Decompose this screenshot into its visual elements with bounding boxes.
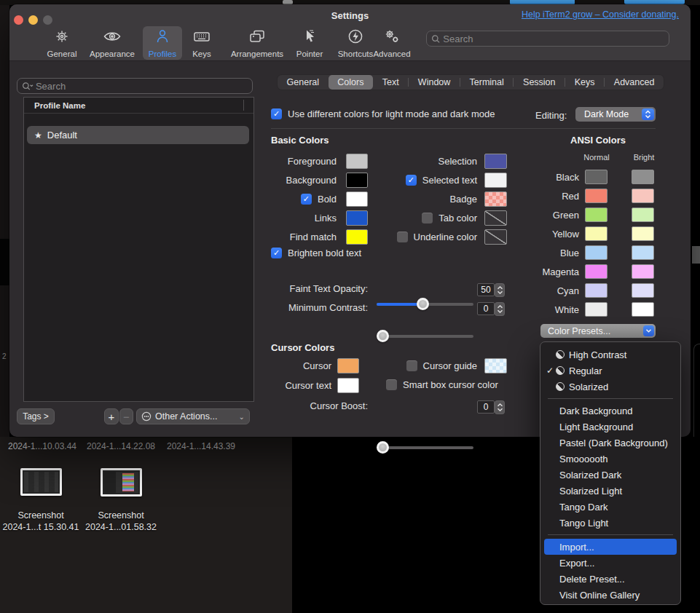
profile-name-label: Default [47,130,77,141]
cursor-guide-label: Cursor guide [423,360,477,371]
tab-text[interactable]: Text [373,75,408,90]
ansi-bright-swatch[interactable] [632,302,654,317]
menu-item-dark-background[interactable]: Dark Background [540,403,680,419]
section-divider [271,128,656,129]
ansi-normal-swatch[interactable] [585,283,607,298]
ansi-normal-swatch[interactable] [585,264,607,279]
screenshot-file-icon[interactable] [20,468,62,496]
menu-item-solarized-dark[interactable]: Solarized Dark [540,467,680,483]
menu-item-solarized[interactable]: Solarized [540,379,680,395]
toolbar-item-advanced[interactable]: Advanced [369,26,414,60]
updown-chevrons-icon [642,108,654,120]
use-different-colors-label: Use different colors for light mode and … [288,108,495,119]
remove-profile-button[interactable]: − [119,408,133,424]
menu-item-light-background[interactable]: Light Background [540,419,680,435]
tab-colors[interactable]: Colors [329,75,373,90]
toolbar-item-label: General [47,50,77,58]
ansi-bright-swatch[interactable] [632,170,654,184]
tab-terminal[interactable]: Terminal [460,75,513,90]
search-input[interactable] [443,33,664,44]
ansi-normal-swatch[interactable] [585,245,607,260]
faint-opacity-slider[interactable] [377,298,473,311]
bold-checkbox[interactable] [301,194,312,205]
cursor-boost-stepper[interactable] [495,400,505,414]
ansi-bright-swatch[interactable] [632,283,654,298]
menu-item-tango-dark[interactable]: Tango Dark [540,499,680,515]
profile-search-input[interactable] [36,81,248,92]
menu-separator [548,398,673,399]
profile-search-field[interactable] [17,78,253,94]
tab-advanced[interactable]: Advanced [605,75,664,90]
tab-window[interactable]: Window [409,75,460,90]
menu-item-smoooooth[interactable]: Smoooooth [540,451,680,467]
toolbar-item-label: Keys [192,50,211,58]
editing-mode-popup[interactable]: Dark Mode [575,107,656,122]
cursor-icon [301,28,318,48]
smart-box-checkbox[interactable] [386,379,397,390]
menu-item-pastel-dark-background[interactable]: Pastel (Dark Background) [540,435,680,451]
person-icon [154,28,171,48]
tab-session[interactable]: Session [514,75,565,90]
profile-row-default[interactable]: ★ Default [27,126,249,144]
menu-item-delete-preset[interactable]: Delete Preset... [540,571,680,587]
ansi-bright-swatch[interactable] [632,189,654,203]
column-header-label: Profile Name [34,101,85,110]
desktop-file-label[interactable]: 2024-1...14.43.39 [165,441,237,451]
ansi-normal-swatch[interactable] [585,207,607,222]
cursor-boost-value[interactable]: 0 [477,400,495,414]
use-different-colors-checkbox[interactable] [271,108,282,119]
menu-item-label: Regular [569,365,602,376]
tags-button[interactable]: Tags > [17,408,55,424]
ansi-color-row: Blue [470,245,656,260]
tab-color-checkbox[interactable] [422,213,433,224]
cursor-guide-checkbox[interactable] [406,360,417,371]
settings-tab-strip: General Colors Text Window Terminal Sess… [277,74,664,90]
toolbar-item-general[interactable]: General [43,26,81,60]
menu-item-regular[interactable]: ✓ Regular [540,363,680,379]
cursor-guide-swatch[interactable] [484,358,507,373]
desktop-file-label[interactable]: 2024-1...14.22.08 [84,441,157,451]
ansi-bright-swatch[interactable] [632,226,654,241]
profile-list-header[interactable]: Profile Name [24,98,253,114]
brighten-bold-checkbox[interactable] [271,248,282,258]
ansi-bright-swatch[interactable] [632,207,654,222]
color-presets-button[interactable]: Color Presets... [540,324,656,338]
menu-item-high-contrast[interactable]: High Contrast [540,347,680,363]
menu-item-visit-online-gallery[interactable]: Visit Online Gallery [540,587,680,603]
add-profile-button[interactable]: + [104,408,119,424]
ansi-normal-swatch[interactable] [585,226,607,241]
desktop-file-label[interactable]: 2024-1...10.03.44 [6,441,79,451]
menu-item-tango-light[interactable]: Tango Light [540,515,680,531]
min-contrast-slider[interactable] [377,330,473,343]
tab-keys[interactable]: Keys [565,75,604,90]
screenshot-thumbnail-content [24,472,58,492]
toolbar-item-profiles[interactable]: Profiles [143,26,182,60]
toolbar-item-pointer[interactable]: Pointer [289,26,330,60]
menu-item-solarized-light[interactable]: Solarized Light [540,483,680,499]
toolbar-item-appearance[interactable]: Appearance [85,26,139,60]
toolbar-item-keys[interactable]: Keys [186,26,217,60]
ansi-color-row: Green [470,207,656,222]
ansi-color-row: Cyan [470,283,656,298]
toolbar-item-arrangements[interactable]: Arrangements [222,26,292,60]
ansi-bright-swatch[interactable] [632,245,654,260]
underline-color-checkbox[interactable] [397,232,408,242]
selection-swatch[interactable] [484,154,507,169]
ansi-normal-swatch[interactable] [585,302,607,317]
underline-color-label: Underline color [414,232,477,242]
cursor-boost-slider[interactable] [377,441,473,454]
ansi-bright-swatch[interactable] [632,264,654,279]
selected-text-checkbox[interactable] [406,175,417,186]
ansi-normal-swatch[interactable] [585,170,607,184]
tab-general[interactable]: General [278,75,329,90]
menu-item-label: Solarized [569,381,608,392]
toolbar-search-field[interactable] [426,31,669,47]
screenshot-file-label[interactable]: Screenshot 2024-1...01.58.32 [73,510,169,533]
ansi-normal-swatch[interactable] [585,189,607,203]
donate-link[interactable]: Help iTerm2 grow – Consider donating. [522,9,679,20]
screenshot-file-icon[interactable] [101,468,142,497]
menu-item-export[interactable]: Export... [540,555,680,571]
menu-item-import[interactable]: Import... [544,539,677,555]
cursor-text-swatch[interactable] [337,378,359,393]
menu-item-label: High Contrast [569,349,626,360]
